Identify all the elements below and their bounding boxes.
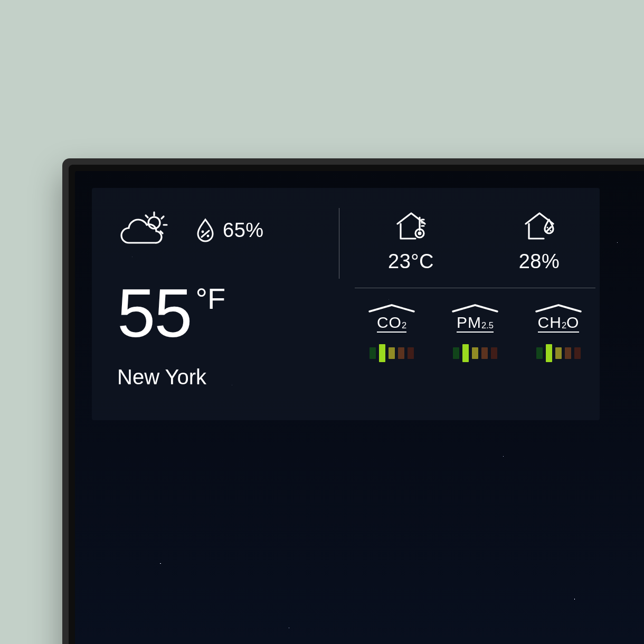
outdoor-temperature-unit: °F bbox=[196, 284, 226, 314]
level-bar bbox=[389, 347, 395, 359]
level-bar bbox=[472, 347, 478, 359]
air-quality-label: CH2O bbox=[533, 303, 584, 333]
vertical-divider bbox=[339, 208, 339, 279]
air-quality-name: PM2.5 bbox=[457, 315, 494, 333]
air-quality-label: PM2.5 bbox=[450, 303, 500, 333]
house-thermometer-icon bbox=[392, 209, 430, 244]
svg-point-15 bbox=[550, 230, 551, 231]
outdoor-weather-pane: 65% 55 °F New York bbox=[92, 188, 339, 420]
air-quality-level-bars bbox=[453, 344, 497, 362]
level-bar bbox=[462, 344, 469, 362]
level-bar bbox=[574, 347, 581, 359]
air-quality-level-bars bbox=[370, 344, 414, 362]
house-humidity-icon bbox=[520, 209, 558, 244]
level-bar bbox=[379, 344, 385, 362]
indoor-humidity-value: 28% bbox=[519, 250, 560, 273]
location-label: New York bbox=[117, 365, 314, 389]
air-quality-name: CH2O bbox=[538, 315, 580, 333]
screen-backdrop: 65% 55 °F New York bbox=[75, 171, 644, 644]
level-bar bbox=[408, 347, 414, 359]
level-bar bbox=[565, 347, 571, 359]
indoor-temperature: 23°C bbox=[366, 209, 456, 273]
horizontal-divider bbox=[355, 288, 595, 288]
air-quality-row: CO2PM2.5CH2O bbox=[355, 303, 595, 362]
level-bar bbox=[555, 347, 562, 359]
air-quality-item: CH2O bbox=[522, 303, 595, 362]
indoor-temperature-value: 23°C bbox=[388, 250, 434, 273]
device-frame: 65% 55 °F New York bbox=[62, 158, 644, 644]
indoor-pane: 23°C bbox=[339, 188, 611, 420]
level-bar bbox=[453, 347, 459, 359]
roof-icon bbox=[533, 303, 584, 312]
air-quality-label: CO2 bbox=[366, 303, 417, 333]
svg-point-6 bbox=[202, 231, 204, 233]
indoor-readings-row: 23°C bbox=[355, 209, 595, 273]
outdoor-summary-row: 65% bbox=[117, 210, 314, 250]
indoor-humidity: 28% bbox=[495, 209, 584, 273]
humidity-drop-icon bbox=[196, 218, 214, 242]
level-bar bbox=[398, 347, 404, 359]
outdoor-temperature: 55 °F bbox=[117, 279, 314, 347]
level-bar bbox=[481, 347, 488, 359]
outdoor-temperature-value: 55 bbox=[117, 279, 192, 347]
outdoor-humidity: 65% bbox=[196, 218, 264, 242]
svg-point-14 bbox=[546, 226, 548, 228]
air-quality-item: CO2 bbox=[355, 303, 429, 362]
level-bar bbox=[546, 344, 552, 362]
device-bezel: 65% 55 °F New York bbox=[69, 165, 644, 644]
weather-card: 65% 55 °F New York bbox=[92, 188, 600, 420]
level-bar bbox=[536, 347, 543, 359]
level-bar bbox=[491, 347, 497, 359]
svg-line-5 bbox=[146, 215, 148, 217]
level-bar bbox=[370, 347, 376, 359]
svg-point-10 bbox=[418, 232, 421, 235]
air-quality-item: PM2.5 bbox=[438, 303, 512, 362]
svg-line-2 bbox=[162, 216, 164, 219]
roof-icon bbox=[450, 303, 500, 312]
svg-point-7 bbox=[207, 235, 210, 238]
outdoor-humidity-value: 65% bbox=[223, 219, 264, 242]
partly-cloudy-icon bbox=[117, 210, 174, 250]
air-quality-level-bars bbox=[536, 344, 581, 362]
air-quality-name: CO2 bbox=[377, 315, 406, 333]
roof-icon bbox=[366, 303, 417, 312]
